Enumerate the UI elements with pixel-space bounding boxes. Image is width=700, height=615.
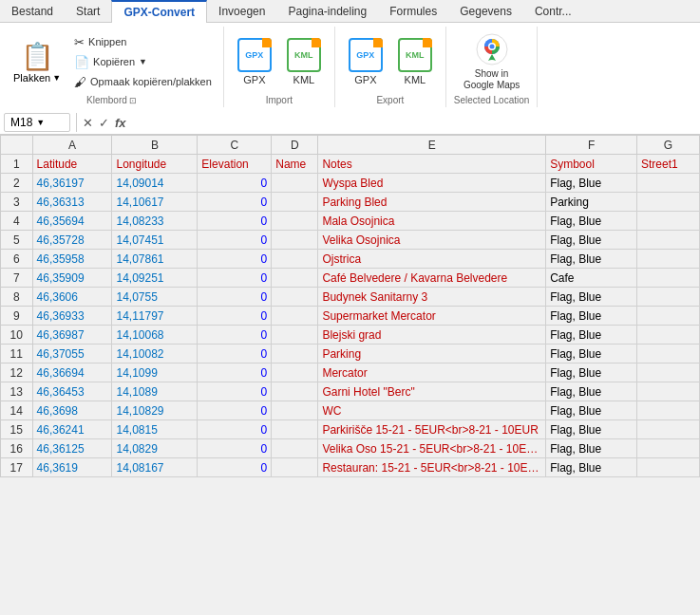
cell-9-elev[interactable]: 0 — [198, 307, 272, 326]
cell-1-street[interactable]: Street1 — [637, 155, 700, 174]
cell-14-lon[interactable]: 14,10829 — [112, 401, 198, 420]
cell-12-lon[interactable]: 14,1099 — [112, 363, 198, 382]
copy-dropdown-arrow[interactable]: ▼ — [139, 57, 147, 66]
import-gpx-button[interactable]: GPX GPX — [232, 34, 277, 89]
row-number-15[interactable]: 15 — [1, 420, 33, 439]
cell-11-lon[interactable]: 14,10082 — [112, 345, 198, 363]
cell-13-lat[interactable]: 46,36453 — [32, 382, 112, 401]
tab-pagina-indeling[interactable]: Pagina-indeling — [276, 0, 378, 22]
row-number-10[interactable]: 10 — [1, 326, 33, 345]
cell-14-notes[interactable]: WC — [318, 401, 546, 420]
cell-17-notes[interactable]: Restauran: 15-21 - 5EUR<br>8-21 - 10EUR — [318, 458, 546, 477]
cell-9-d[interactable] — [272, 307, 318, 326]
cell-4-lon[interactable]: 14,08233 — [112, 212, 198, 231]
cell-5-lon[interactable]: 14,07451 — [112, 231, 198, 250]
cell-6-symbol[interactable]: Flag, Blue — [546, 250, 637, 269]
tab-bestand[interactable]: Bestand — [0, 0, 65, 22]
row-number-12[interactable]: 12 — [1, 363, 33, 382]
cell-8-lat[interactable]: 46,3606 — [32, 288, 112, 307]
cell-13-elev[interactable]: 0 — [198, 382, 272, 401]
tab-formules[interactable]: Formules — [378, 0, 448, 22]
cell-4-notes[interactable]: Mala Osojnica — [318, 212, 546, 231]
row-number-9[interactable]: 9 — [1, 307, 33, 326]
export-gpx-button[interactable]: GPX GPX — [343, 34, 388, 89]
cell-5-lat[interactable]: 46,35728 — [32, 231, 112, 250]
cell-4-symbol[interactable]: Flag, Blue — [546, 212, 637, 231]
col-header-c[interactable]: C — [198, 136, 272, 155]
cell-1-elev[interactable]: Elevation — [198, 155, 272, 174]
cell-14-symbol[interactable]: Flag, Blue — [546, 401, 637, 420]
cell-7-lat[interactable]: 46,35909 — [32, 269, 112, 288]
cell-10-d[interactable] — [272, 326, 318, 345]
row-number-1[interactable]: 1 — [1, 155, 33, 174]
cell-17-street[interactable] — [637, 458, 700, 477]
cell-9-lat[interactable]: 46,36933 — [32, 307, 112, 326]
cell-6-d[interactable] — [272, 250, 318, 269]
cell-3-notes[interactable]: Parking Bled — [318, 193, 546, 212]
cell-11-street[interactable] — [637, 345, 700, 363]
cell-17-d[interactable] — [272, 458, 318, 477]
cell-3-symbol[interactable]: Parking — [546, 193, 637, 212]
row-number-7[interactable]: 7 — [1, 269, 33, 288]
cell-8-street[interactable] — [637, 288, 700, 307]
cell-8-symbol[interactable]: Flag, Blue — [546, 288, 637, 307]
cell-12-notes[interactable]: Mercator — [318, 363, 546, 382]
cell-12-d[interactable] — [272, 363, 318, 382]
row-number-14[interactable]: 14 — [1, 401, 33, 420]
cell-1-lat[interactable]: Latitude — [32, 155, 112, 174]
cell-10-lon[interactable]: 14,10068 — [112, 326, 198, 345]
import-kml-button[interactable]: KML KML — [281, 34, 327, 89]
cell-4-elev[interactable]: 0 — [198, 212, 272, 231]
cell-9-notes[interactable]: Supermarket Mercator — [318, 307, 546, 326]
tab-start[interactable]: Start — [65, 0, 111, 22]
klembord-dialog-icon[interactable]: ⊡ — [129, 96, 137, 105]
col-header-g[interactable]: G — [637, 136, 700, 155]
row-number-4[interactable]: 4 — [1, 212, 33, 231]
cell-11-d[interactable] — [272, 345, 318, 363]
cell-13-lon[interactable]: 14,1089 — [112, 382, 198, 401]
row-number-13[interactable]: 13 — [1, 382, 33, 401]
cell-10-elev[interactable]: 0 — [198, 326, 272, 345]
tab-gpx-convert[interactable]: GPX-Convert — [111, 0, 207, 23]
cell-9-lon[interactable]: 14,11797 — [112, 307, 198, 326]
cell-3-elev[interactable]: 0 — [198, 193, 272, 212]
cell-7-d[interactable] — [272, 269, 318, 288]
cell-13-d[interactable] — [272, 382, 318, 401]
cell-8-notes[interactable]: Budynek Sanitarny 3 — [318, 288, 546, 307]
formula-input[interactable] — [130, 114, 696, 131]
cell-11-notes[interactable]: Parking — [318, 345, 546, 363]
cell-8-d[interactable] — [272, 288, 318, 307]
cell-5-elev[interactable]: 0 — [198, 231, 272, 250]
row-number-6[interactable]: 6 — [1, 250, 33, 269]
cell-13-notes[interactable]: Garni Hotel "Berc" — [318, 382, 546, 401]
cut-button[interactable]: ✂ Knippen — [70, 33, 216, 51]
cell-3-d[interactable] — [272, 193, 318, 212]
col-header-a[interactable]: A — [32, 136, 112, 155]
cell-14-elev[interactable]: 0 — [198, 401, 272, 420]
cell-7-street[interactable] — [637, 269, 700, 288]
cell-3-street[interactable] — [637, 193, 700, 212]
cell-reference-box[interactable]: M18 ▼ — [4, 113, 70, 132]
cell-1-notes[interactable]: Notes — [318, 155, 546, 174]
copy-button[interactable]: 📄 Kopiëren ▼ — [70, 53, 216, 71]
cell-2-symbol[interactable]: Flag, Blue — [546, 174, 637, 193]
cell-13-symbol[interactable]: Flag, Blue — [546, 382, 637, 401]
cell-9-symbol[interactable]: Flag, Blue — [546, 307, 637, 326]
tab-invoegen[interactable]: Invoegen — [207, 0, 276, 22]
cell-12-symbol[interactable]: Flag, Blue — [546, 363, 637, 382]
cell-6-elev[interactable]: 0 — [198, 250, 272, 269]
cell-9-street[interactable] — [637, 307, 700, 326]
cell-14-street[interactable] — [637, 401, 700, 420]
cell-3-lon[interactable]: 14,10617 — [112, 193, 198, 212]
cell-7-elev[interactable]: 0 — [198, 269, 272, 288]
cell-16-street[interactable] — [637, 439, 700, 458]
row-number-17[interactable]: 17 — [1, 458, 33, 477]
cell-14-lat[interactable]: 46,3698 — [32, 401, 112, 420]
cell-15-d[interactable] — [272, 420, 318, 439]
cell-2-lon[interactable]: 14,09014 — [112, 174, 198, 193]
row-number-2[interactable]: 2 — [1, 174, 33, 193]
cell-10-street[interactable] — [637, 326, 700, 345]
formula-fx-icon[interactable]: fx — [115, 116, 126, 130]
cell-10-lat[interactable]: 46,36987 — [32, 326, 112, 345]
cell-17-lon[interactable]: 14,08167 — [112, 458, 198, 477]
